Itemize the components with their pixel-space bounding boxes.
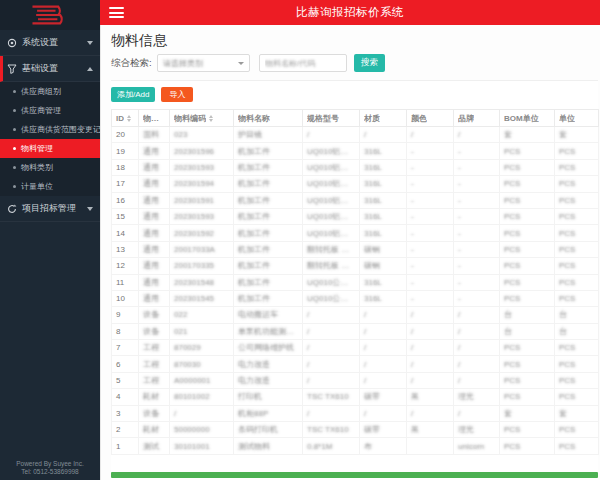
table-row[interactable]: 1测试30101001测试物料0.8*1M布unicornPCSPCS bbox=[112, 438, 599, 454]
table-row[interactable]: 16通用202301591机加工件UQ010铝头夹头316L--PCSPCS bbox=[112, 192, 599, 208]
table-row[interactable]: 17通用202301594机加工件UQ010铝头外六塞316L--PCSPCS bbox=[112, 176, 599, 192]
cell-color: - bbox=[407, 143, 454, 159]
cell-color: / bbox=[407, 340, 454, 356]
table-row[interactable]: 5工程A0000001电力改造////PCSPCS bbox=[112, 372, 599, 388]
cell-unit: PCS bbox=[555, 356, 599, 372]
sidebar-item-supplier-group[interactable]: 供应商组别 bbox=[0, 82, 100, 101]
bullet-icon bbox=[13, 185, 16, 188]
sort-icon[interactable] bbox=[127, 115, 131, 122]
cell-spec: UQ010铝头帽芯 bbox=[303, 208, 360, 224]
cell-code: 870029 bbox=[170, 340, 234, 356]
column-label: 颜色 bbox=[411, 113, 427, 124]
cell-name: 机加工件 bbox=[234, 258, 303, 274]
table-row[interactable]: 13通用20017033A机加工件翻转托板 铁板碳钢--PCSPCS bbox=[112, 241, 599, 257]
cell-unit: PCS bbox=[555, 372, 599, 388]
sidebar-item-material-category[interactable]: 物料类别 bbox=[0, 158, 100, 177]
sidebar-subitem-label: 物料类别 bbox=[21, 162, 53, 173]
cell-id: 2 bbox=[112, 422, 139, 438]
cell-brand: / bbox=[454, 356, 500, 372]
table-row[interactable]: 10通用202301545机加工件UQ010公头大本体316L--PCSPCS bbox=[112, 290, 599, 306]
add-button[interactable]: 添加/Add bbox=[111, 87, 155, 102]
sidebar-item-basic-settings[interactable]: 基础设置 bbox=[0, 56, 100, 82]
sidebar-item-supplier-management[interactable]: 供应商管理 bbox=[0, 101, 100, 120]
cell-material: / bbox=[360, 405, 407, 421]
cell-bom_unit: PCS bbox=[500, 258, 555, 274]
column-label: 物料类别 bbox=[143, 113, 165, 124]
horizontal-scrollbar[interactable] bbox=[111, 472, 598, 478]
cell-spec: UQ010公头大螺帽 bbox=[303, 274, 360, 290]
search-button[interactable]: 搜索 bbox=[354, 54, 385, 72]
cell-color: - bbox=[407, 241, 454, 257]
table-row[interactable]: 2耗材50000000条码打印机TSC TX610碳带黑理光PCSPCS bbox=[112, 422, 599, 438]
cell-name: 机加工件 bbox=[234, 143, 303, 159]
cell-unit: PCS bbox=[555, 274, 599, 290]
sidebar-item-label: 系统设置 bbox=[22, 36, 58, 49]
cell-brand: 理光 bbox=[454, 389, 500, 405]
cell-id: 18 bbox=[112, 159, 139, 175]
cell-color: / bbox=[407, 323, 454, 339]
cell-color: - bbox=[407, 258, 454, 274]
table-row[interactable]: 12通用200170335机加工件翻转托板 铁板碳钢--PCSPCS bbox=[112, 258, 599, 274]
table-row[interactable]: 11通用202301548机加工件UQ010公头大螺帽316L--PCSPCS bbox=[112, 274, 599, 290]
cell-id: 11 bbox=[112, 274, 139, 290]
table-row[interactable]: 20面料023护目镜////套套 bbox=[112, 127, 599, 143]
table-row[interactable]: 15通用202301593机加工件UQ010铝头帽芯316L--PCSPCS bbox=[112, 208, 599, 224]
table-row[interactable]: 7工程870029公司网络维护线////PCSPCS bbox=[112, 340, 599, 356]
column-header-spec: 规格型号 bbox=[303, 110, 360, 127]
table-row[interactable]: 6工程870030电力改造////PCSPCS bbox=[112, 356, 599, 372]
table-row[interactable]: 4耗材80101002打印机TSC TX610碳带黑理光PCSPCS bbox=[112, 389, 599, 405]
cell-color: - bbox=[407, 159, 454, 175]
cell-spec: TSC TX610 bbox=[303, 422, 360, 438]
chevron-up-icon bbox=[87, 67, 93, 71]
cell-code: 202301593 bbox=[170, 159, 234, 175]
cell-unit: PCS bbox=[555, 290, 599, 306]
column-header-code[interactable]: 物料编码 bbox=[170, 110, 234, 127]
table-row[interactable]: 9设备022电动搬运车////台台 bbox=[112, 307, 599, 323]
cell-brand: - bbox=[454, 274, 500, 290]
cell-spec: / bbox=[303, 405, 360, 421]
import-button[interactable]: 导入 bbox=[161, 87, 193, 102]
cell-material: 碳带 bbox=[360, 389, 407, 405]
cell-bom_unit: PCS bbox=[500, 192, 555, 208]
column-label: 单位 bbox=[559, 113, 575, 124]
column-header-id[interactable]: ID bbox=[112, 110, 139, 127]
sidebar-submenu: 供应商组别 供应商管理 供应商供货范围变更记录 物料管理 物料类别 计量单位 bbox=[0, 82, 100, 196]
table-row[interactable]: 14通用202301592机加工件UQ010铝头底帽316L--PCSPCS bbox=[112, 225, 599, 241]
cell-name: 机加工件 bbox=[234, 176, 303, 192]
cell-spec: / bbox=[303, 340, 360, 356]
cell-bom_unit: 台 bbox=[500, 307, 555, 323]
cell-material: / bbox=[360, 372, 407, 388]
cell-bom_unit: 套 bbox=[500, 127, 555, 143]
sidebar-item-project-bidding[interactable]: 项目招标管理 bbox=[0, 196, 100, 222]
cell-id: 9 bbox=[112, 307, 139, 323]
sidebar-item-system-settings[interactable]: 系统设置 bbox=[0, 30, 100, 56]
category-select[interactable]: 请选择类别 bbox=[157, 54, 250, 72]
brand-logo[interactable] bbox=[0, 0, 100, 30]
cell-unit: 台 bbox=[555, 323, 599, 339]
cell-code: 20017033A bbox=[170, 241, 234, 257]
cell-code: 021 bbox=[170, 323, 234, 339]
search-input[interactable] bbox=[259, 54, 347, 72]
cell-color: / bbox=[407, 356, 454, 372]
cell-code: 202301593 bbox=[170, 208, 234, 224]
bullet-icon bbox=[13, 128, 16, 131]
table-row[interactable]: 18通用202301593机加工件UQ010铝头A六槽316L--PCSPCS bbox=[112, 159, 599, 175]
cell-category: 通用 bbox=[139, 241, 170, 257]
sidebar-item-measure-unit[interactable]: 计量单位 bbox=[0, 177, 100, 196]
table-row[interactable]: 19通用202301596机加工件UQ010铝头内六槽316L--PCSPCS bbox=[112, 143, 599, 159]
cell-brand: - bbox=[454, 241, 500, 257]
category-select-placeholder: 请选择类别 bbox=[163, 58, 203, 69]
sort-icon[interactable] bbox=[209, 115, 213, 122]
sidebar-item-supplier-scope-change-log[interactable]: 供应商供货范围变更记录 bbox=[0, 120, 100, 139]
sidebar-item-material-management[interactable]: 物料管理 bbox=[0, 139, 100, 158]
table-row[interactable]: 8设备021单泵机功能测试柜////台台 bbox=[112, 323, 599, 339]
cell-material: 316L bbox=[360, 176, 407, 192]
cell-bom_unit: PCS bbox=[500, 290, 555, 306]
cell-spec: / bbox=[303, 323, 360, 339]
cell-unit: PCS bbox=[555, 143, 599, 159]
cell-code: A0000001 bbox=[170, 372, 234, 388]
table-row[interactable]: 3设备/机柜88P////套套 bbox=[112, 405, 599, 421]
cell-category: 通用 bbox=[139, 290, 170, 306]
cell-bom_unit: PCS bbox=[500, 372, 555, 388]
cell-category: 通用 bbox=[139, 176, 170, 192]
